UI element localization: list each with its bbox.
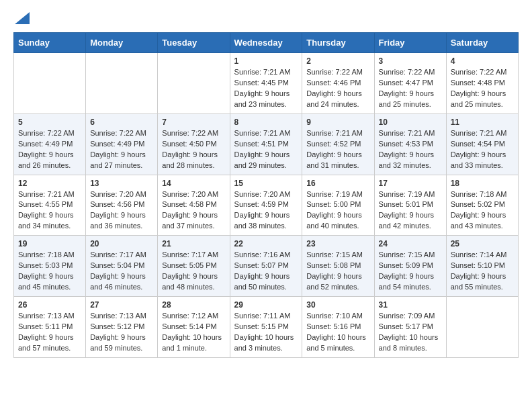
calendar-day-13: 13Sunrise: 7:20 AM Sunset: 4:56 PM Dayli… bbox=[86, 175, 158, 236]
calendar-day-9: 9Sunrise: 7:21 AM Sunset: 4:52 PM Daylig… bbox=[302, 113, 374, 175]
day-number: 9 bbox=[306, 118, 369, 127]
day-number: 31 bbox=[379, 300, 442, 310]
calendar-day-24: 24Sunrise: 7:15 AM Sunset: 5:09 PM Dayli… bbox=[374, 236, 446, 297]
calendar-day-3: 3Sunrise: 7:22 AM Sunset: 4:47 PM Daylig… bbox=[374, 53, 446, 114]
day-number: 16 bbox=[306, 179, 369, 188]
calendar-day-29: 29Sunrise: 7:11 AM Sunset: 5:15 PM Dayli… bbox=[230, 297, 302, 358]
calendar-day-4: 4Sunrise: 7:22 AM Sunset: 4:48 PM Daylig… bbox=[446, 53, 518, 114]
day-number: 3 bbox=[379, 56, 442, 66]
day-info: Sunrise: 7:22 AM Sunset: 4:48 PM Dayligh… bbox=[451, 67, 514, 110]
calendar-day-5: 5Sunrise: 7:22 AM Sunset: 4:49 PM Daylig… bbox=[14, 113, 86, 175]
day-number: 7 bbox=[162, 118, 225, 127]
calendar-day-1: 1Sunrise: 7:21 AM Sunset: 4:45 PM Daylig… bbox=[230, 53, 302, 114]
day-info: Sunrise: 7:21 AM Sunset: 4:53 PM Dayligh… bbox=[379, 128, 442, 171]
day-number: 25 bbox=[451, 239, 514, 248]
day-number: 13 bbox=[90, 179, 153, 188]
day-number: 1 bbox=[234, 56, 298, 66]
calendar-day-7: 7Sunrise: 7:22 AM Sunset: 4:50 PM Daylig… bbox=[158, 113, 230, 175]
calendar-empty-cell bbox=[446, 297, 518, 358]
calendar-empty-cell bbox=[86, 53, 158, 114]
calendar-week-row: 26Sunrise: 7:13 AM Sunset: 5:11 PM Dayli… bbox=[14, 297, 519, 358]
calendar-empty-cell bbox=[14, 53, 86, 114]
day-info: Sunrise: 7:22 AM Sunset: 4:46 PM Dayligh… bbox=[306, 67, 369, 110]
calendar-day-11: 11Sunrise: 7:21 AM Sunset: 4:54 PM Dayli… bbox=[446, 113, 518, 175]
weekday-header-thursday: Thursday bbox=[302, 33, 374, 53]
day-info: Sunrise: 7:21 AM Sunset: 4:45 PM Dayligh… bbox=[234, 67, 298, 110]
day-number: 30 bbox=[306, 300, 369, 310]
day-info: Sunrise: 7:19 AM Sunset: 5:01 PM Dayligh… bbox=[379, 189, 442, 232]
calendar-header-row: SundayMondayTuesdayWednesdayThursdayFrid… bbox=[14, 33, 519, 53]
calendar-day-14: 14Sunrise: 7:20 AM Sunset: 4:58 PM Dayli… bbox=[158, 175, 230, 236]
calendar-day-23: 23Sunrise: 7:15 AM Sunset: 5:08 PM Dayli… bbox=[302, 236, 374, 297]
weekday-header-monday: Monday bbox=[86, 33, 158, 53]
calendar-day-8: 8Sunrise: 7:21 AM Sunset: 4:51 PM Daylig… bbox=[230, 113, 302, 175]
weekday-header-wednesday: Wednesday bbox=[230, 33, 302, 53]
calendar-day-10: 10Sunrise: 7:21 AM Sunset: 4:53 PM Dayli… bbox=[374, 113, 446, 175]
calendar-day-22: 22Sunrise: 7:16 AM Sunset: 5:07 PM Dayli… bbox=[230, 236, 302, 297]
day-number: 10 bbox=[379, 118, 442, 127]
day-info: Sunrise: 7:10 AM Sunset: 5:16 PM Dayligh… bbox=[306, 311, 369, 354]
svg-marker-0 bbox=[15, 12, 30, 24]
calendar-week-row: 5Sunrise: 7:22 AM Sunset: 4:49 PM Daylig… bbox=[14, 113, 519, 175]
day-number: 28 bbox=[162, 300, 225, 310]
calendar-day-25: 25Sunrise: 7:14 AM Sunset: 5:10 PM Dayli… bbox=[446, 236, 518, 297]
day-info: Sunrise: 7:18 AM Sunset: 5:03 PM Dayligh… bbox=[18, 250, 81, 293]
day-info: Sunrise: 7:20 AM Sunset: 4:56 PM Dayligh… bbox=[90, 189, 153, 232]
calendar-day-20: 20Sunrise: 7:17 AM Sunset: 5:04 PM Dayli… bbox=[86, 236, 158, 297]
header bbox=[13, 12, 519, 26]
day-number: 20 bbox=[90, 239, 153, 248]
weekday-header-saturday: Saturday bbox=[446, 33, 518, 53]
day-info: Sunrise: 7:15 AM Sunset: 5:09 PM Dayligh… bbox=[379, 250, 442, 293]
day-number: 14 bbox=[162, 179, 225, 188]
logo bbox=[13, 12, 30, 26]
day-info: Sunrise: 7:12 AM Sunset: 5:14 PM Dayligh… bbox=[162, 311, 225, 354]
day-info: Sunrise: 7:21 AM Sunset: 4:52 PM Dayligh… bbox=[306, 128, 369, 171]
day-info: Sunrise: 7:16 AM Sunset: 5:07 PM Dayligh… bbox=[234, 250, 298, 293]
calendar-day-27: 27Sunrise: 7:13 AM Sunset: 5:12 PM Dayli… bbox=[86, 297, 158, 358]
day-info: Sunrise: 7:22 AM Sunset: 4:49 PM Dayligh… bbox=[90, 128, 153, 171]
day-info: Sunrise: 7:09 AM Sunset: 5:17 PM Dayligh… bbox=[379, 311, 442, 354]
day-number: 11 bbox=[451, 118, 514, 127]
calendar-day-28: 28Sunrise: 7:12 AM Sunset: 5:14 PM Dayli… bbox=[158, 297, 230, 358]
calendar-table: SundayMondayTuesdayWednesdayThursdayFrid… bbox=[13, 32, 519, 358]
calendar-day-6: 6Sunrise: 7:22 AM Sunset: 4:49 PM Daylig… bbox=[86, 113, 158, 175]
weekday-header-sunday: Sunday bbox=[14, 33, 86, 53]
calendar-day-26: 26Sunrise: 7:13 AM Sunset: 5:11 PM Dayli… bbox=[14, 297, 86, 358]
day-info: Sunrise: 7:22 AM Sunset: 4:49 PM Dayligh… bbox=[18, 128, 81, 171]
day-info: Sunrise: 7:11 AM Sunset: 5:15 PM Dayligh… bbox=[234, 311, 298, 354]
day-info: Sunrise: 7:20 AM Sunset: 4:58 PM Dayligh… bbox=[162, 189, 225, 232]
day-number: 27 bbox=[90, 300, 153, 310]
day-number: 19 bbox=[18, 239, 81, 248]
day-info: Sunrise: 7:15 AM Sunset: 5:08 PM Dayligh… bbox=[306, 250, 369, 293]
calendar-day-2: 2Sunrise: 7:22 AM Sunset: 4:46 PM Daylig… bbox=[302, 53, 374, 114]
day-info: Sunrise: 7:21 AM Sunset: 4:51 PM Dayligh… bbox=[234, 128, 298, 171]
day-number: 17 bbox=[379, 179, 442, 188]
day-info: Sunrise: 7:14 AM Sunset: 5:10 PM Dayligh… bbox=[451, 250, 514, 293]
calendar-day-17: 17Sunrise: 7:19 AM Sunset: 5:01 PM Dayli… bbox=[374, 175, 446, 236]
day-info: Sunrise: 7:19 AM Sunset: 5:00 PM Dayligh… bbox=[306, 189, 369, 232]
day-number: 8 bbox=[234, 118, 298, 127]
day-info: Sunrise: 7:21 AM Sunset: 4:55 PM Dayligh… bbox=[18, 189, 81, 232]
calendar-day-15: 15Sunrise: 7:20 AM Sunset: 4:59 PM Dayli… bbox=[230, 175, 302, 236]
day-number: 23 bbox=[306, 239, 369, 248]
day-info: Sunrise: 7:17 AM Sunset: 5:04 PM Dayligh… bbox=[90, 250, 153, 293]
calendar-day-21: 21Sunrise: 7:17 AM Sunset: 5:05 PM Dayli… bbox=[158, 236, 230, 297]
weekday-header-friday: Friday bbox=[374, 33, 446, 53]
day-number: 26 bbox=[18, 300, 81, 310]
day-info: Sunrise: 7:20 AM Sunset: 4:59 PM Dayligh… bbox=[234, 189, 298, 232]
day-info: Sunrise: 7:22 AM Sunset: 4:50 PM Dayligh… bbox=[162, 128, 225, 171]
logo-icon bbox=[15, 12, 30, 24]
day-info: Sunrise: 7:22 AM Sunset: 4:47 PM Dayligh… bbox=[379, 67, 442, 110]
calendar-week-row: 12Sunrise: 7:21 AM Sunset: 4:55 PM Dayli… bbox=[14, 175, 519, 236]
day-number: 4 bbox=[451, 56, 514, 66]
weekday-header-tuesday: Tuesday bbox=[158, 33, 230, 53]
day-number: 6 bbox=[90, 118, 153, 127]
day-number: 18 bbox=[451, 179, 514, 188]
calendar-day-18: 18Sunrise: 7:18 AM Sunset: 5:02 PM Dayli… bbox=[446, 175, 518, 236]
day-info: Sunrise: 7:13 AM Sunset: 5:11 PM Dayligh… bbox=[18, 311, 81, 354]
calendar-week-row: 19Sunrise: 7:18 AM Sunset: 5:03 PM Dayli… bbox=[14, 236, 519, 297]
calendar-week-row: 1Sunrise: 7:21 AM Sunset: 4:45 PM Daylig… bbox=[14, 53, 519, 114]
day-info: Sunrise: 7:18 AM Sunset: 5:02 PM Dayligh… bbox=[451, 189, 514, 232]
day-number: 29 bbox=[234, 300, 298, 310]
day-number: 22 bbox=[234, 239, 298, 248]
